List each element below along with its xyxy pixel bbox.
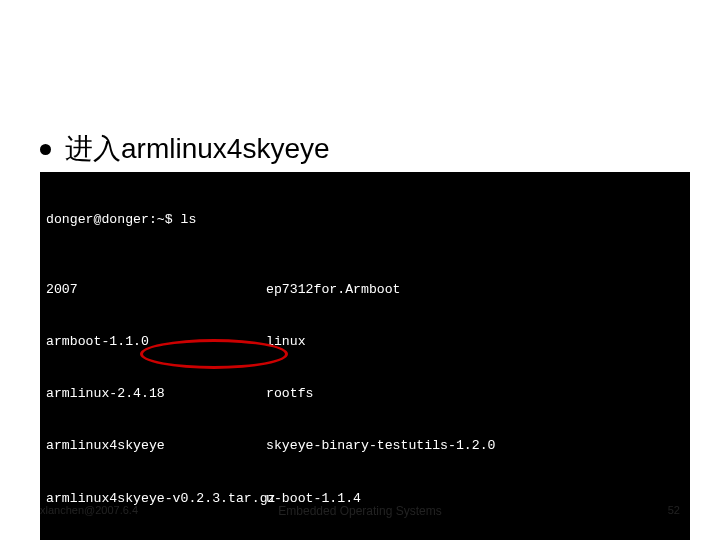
ls1-2-a: armlinux-2.4.18 <box>46 385 266 402</box>
ls1-row-3: armlinux4skyeye skyeye-binary-testutils-… <box>46 437 684 454</box>
bullet-1-text: 进入armlinux4skyeye <box>65 130 330 168</box>
ls1-row-1: armboot-1.1.0 linux <box>46 333 684 350</box>
footer-left: xlanchen@2007.6.4 <box>40 504 138 516</box>
terminal-block: donger@donger:~$ ls 2007 ep7312for.Armbo… <box>40 172 690 540</box>
ls1-3-b: skyeye-binary-testutils-1.2.0 <box>266 437 506 454</box>
ls1-row-2: armlinux-2.4.18 rootfs <box>46 385 684 402</box>
ls1-3-a: armlinux4skyeye <box>46 437 266 454</box>
ls1-0-b: ep7312for.Armboot <box>266 281 506 298</box>
ls1-0-a: 2007 <box>46 281 266 298</box>
footer: xlanchen@2007.6.4 Embedded Operating Sys… <box>40 504 680 516</box>
footer-center: Embedded Operating Systems <box>278 504 441 518</box>
ls1-1-a: armboot-1.1.0 <box>46 333 266 350</box>
bullet-dot-icon <box>40 144 51 155</box>
ls1-1-b: linux <box>266 333 506 350</box>
slide: 进入armlinux4skyeye donger@donger:~$ ls 20… <box>0 0 720 540</box>
bullet-1: 进入armlinux4skyeye <box>40 130 680 168</box>
ls1-row-0: 2007 ep7312for.Armboot <box>46 281 684 298</box>
ls1-2-b: rootfs <box>266 385 506 402</box>
content-area: 进入armlinux4skyeye donger@donger:~$ ls 20… <box>40 130 680 540</box>
footer-page-number: 52 <box>668 504 680 516</box>
term-line: donger@donger:~$ ls <box>46 211 684 228</box>
